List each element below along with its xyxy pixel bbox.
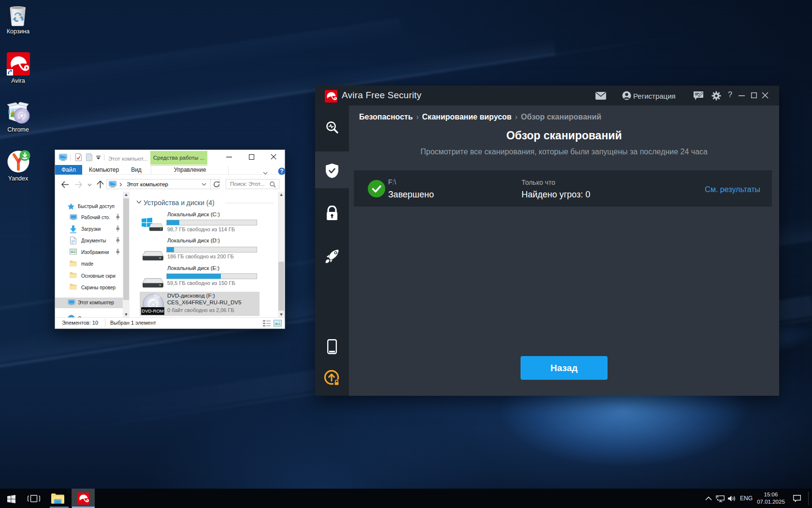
svg-text:?: ? — [280, 168, 283, 175]
